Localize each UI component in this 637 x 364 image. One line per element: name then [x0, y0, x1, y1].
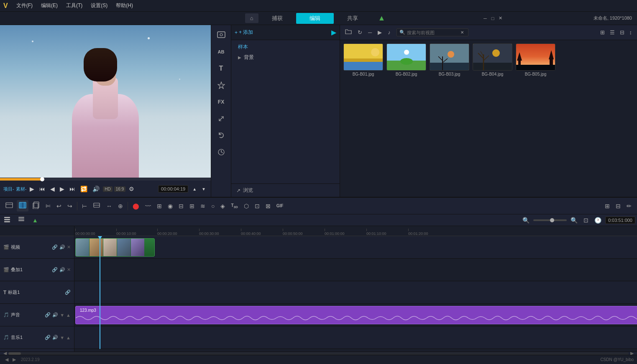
next-frame-button[interactable]: ▶	[58, 185, 66, 193]
tab-share[interactable]: 共享	[334, 13, 371, 24]
time-adjust-down[interactable]: ▼	[200, 186, 207, 192]
tl-pan-btn[interactable]: ≋	[198, 201, 207, 211]
sidebar-item-transition[interactable]	[214, 112, 229, 125]
audio-clip-1[interactable]: 123.mp3	[75, 306, 637, 324]
progress-bar-container[interactable]	[0, 178, 211, 181]
view-list-icon[interactable]: ☰	[608, 28, 617, 36]
tc-more-icon5[interactable]: ▲	[66, 335, 71, 340]
tc-more-icon4[interactable]: ▲	[66, 313, 71, 318]
tl-add-btn[interactable]: ⊕	[116, 201, 125, 211]
tl-circle-btn[interactable]: ○	[209, 201, 217, 211]
tl-view-mode-btn[interactable]: ⊞	[603, 201, 612, 211]
menu-settings[interactable]: 设置(S)	[87, 1, 111, 10]
tl-tracks-icon[interactable]	[2, 215, 13, 225]
tl-fit-btn[interactable]	[91, 200, 102, 211]
tc-expand-icon4[interactable]: ▼	[60, 313, 64, 318]
menu-tools[interactable]: 工具(T)	[63, 1, 86, 10]
settings-button[interactable]: ⚙	[127, 185, 136, 193]
tl-export-btn[interactable]: ✏	[624, 201, 634, 211]
tl-add-track-icon[interactable]: ▲	[30, 216, 40, 225]
time-adjust-up[interactable]: ▲	[191, 186, 198, 192]
bottom-nav-next[interactable]: ▶	[11, 356, 18, 363]
tl-mask-btn[interactable]: ⬡	[242, 201, 251, 211]
tl-undo-btn[interactable]: ↩	[54, 201, 64, 211]
tl-cut-btn[interactable]: ✄	[43, 201, 53, 211]
tl-gif-btn[interactable]: GIF	[274, 202, 286, 209]
tl-overlay-btn[interactable]: ⊠	[263, 201, 273, 211]
tc-more-icon2[interactable]: ✕	[67, 267, 71, 272]
tl-ungroup-btn[interactable]: ◉	[166, 201, 175, 211]
to-end-button[interactable]: ⏭	[68, 185, 77, 193]
tab-home[interactable]: ⌂	[245, 13, 258, 23]
menu-file[interactable]: 文件(F)	[13, 1, 36, 10]
play-button[interactable]: ▶	[28, 185, 36, 193]
menu-help[interactable]: 帮助(H)	[113, 1, 136, 10]
tl-wave-btn[interactable]: 〰	[143, 201, 153, 211]
search-input[interactable]	[407, 30, 457, 35]
asset-item-bg05[interactable]: BG-B05.jpg	[516, 43, 555, 76]
zoom-in-btn[interactable]: 🔍	[568, 216, 580, 225]
tl-view-btn[interactable]	[3, 200, 15, 211]
tc-link-icon5[interactable]: 🔗	[45, 335, 51, 340]
asset-tb-audio-icon[interactable]: ♪	[386, 28, 392, 36]
add-media-button[interactable]: + + 添加	[235, 29, 253, 36]
volume-button[interactable]: 🔊	[91, 185, 101, 193]
tl-pip-btn[interactable]: ⊡	[253, 201, 262, 211]
tc-volume-icon5[interactable]: 🔊	[52, 335, 58, 340]
tl-tostart-btn[interactable]: ⊢	[80, 201, 89, 211]
tl-split-btn[interactable]: ⊟	[177, 201, 186, 211]
progress-handle[interactable]	[40, 177, 44, 181]
asset-tb-minus-icon[interactable]: ─	[366, 28, 374, 36]
asset-item-bg04[interactable]: BG-B04.jpg	[473, 43, 512, 76]
browse-button[interactable]: ↗ 浏览	[231, 183, 340, 197]
loop-button[interactable]: 🔁	[79, 185, 89, 193]
tab-edit[interactable]: 编辑	[296, 13, 334, 24]
tl-edit-btn[interactable]	[17, 200, 28, 211]
asset-tb-video-icon[interactable]: ▶	[376, 28, 384, 36]
sidebar-item-fx[interactable]: FX	[214, 95, 229, 109]
tab-capture[interactable]: 捕获	[258, 13, 296, 24]
tl-box-btn[interactable]: ◈	[218, 201, 227, 211]
sidebar-item-effects[interactable]	[214, 79, 229, 92]
menu-edit[interactable]: 编辑(E)	[38, 1, 61, 10]
view-sort-icon[interactable]: ↕	[628, 28, 634, 36]
tl-table-btn[interactable]: ⊞	[187, 201, 197, 211]
sidebar-item-media[interactable]	[214, 28, 229, 42]
sidebar-item-undo[interactable]	[214, 129, 229, 142]
to-start-button[interactable]: ⏮	[38, 185, 47, 193]
tree-item-background[interactable]: ▶ 背景	[231, 52, 340, 63]
view-detail-icon[interactable]: ⊟	[618, 28, 626, 36]
sidebar-item-text[interactable]: T	[214, 62, 229, 75]
zoom-fit-btn[interactable]: ⊡	[581, 216, 591, 225]
tl-3dtext-btn[interactable]: T3D	[229, 202, 240, 210]
tree-item-sample[interactable]: 样本	[231, 42, 340, 52]
tl-stretch-btn[interactable]: ↔	[104, 201, 114, 211]
tc-volume-icon2[interactable]: 🔊	[59, 267, 65, 272]
timeline-ruler[interactable]: 00:00:00:00 00:00:10:00 00:00:20:00 00:0…	[74, 226, 637, 236]
asset-item-bg03[interactable]: BG-B03.jpg	[430, 43, 469, 76]
sidebar-item-caption[interactable]: AB	[214, 45, 229, 59]
close-button[interactable]: ✕	[497, 15, 503, 21]
tl-timeline-view-btn[interactable]: ⊟	[614, 201, 623, 211]
tracks-container[interactable]: 123.mp3	[74, 236, 637, 351]
zoom-out-btn[interactable]: 🔍	[520, 216, 532, 225]
tl-group-btn[interactable]: ⊞	[155, 201, 164, 211]
maximize-button[interactable]: □	[490, 15, 496, 21]
horizontal-scrollbar[interactable]: ◀ ▶	[0, 351, 637, 355]
tc-link-icon[interactable]: 🔗	[52, 244, 58, 250]
tc-expand-icon5[interactable]: ▼	[60, 335, 64, 340]
tl-copy-btn[interactable]	[30, 200, 42, 211]
upload-button[interactable]: ▲	[371, 14, 392, 23]
tc-link-icon3[interactable]: 🔗	[65, 290, 71, 295]
prev-frame-button[interactable]: ◀	[49, 185, 56, 193]
tc-link-icon2[interactable]: 🔗	[52, 267, 58, 272]
progress-bar[interactable]	[0, 178, 211, 181]
asset-tb-refresh-icon[interactable]: ↻	[356, 28, 364, 36]
bottom-nav-prev[interactable]: ◀	[3, 356, 10, 363]
asset-tb-folder-icon[interactable]	[343, 28, 353, 37]
minimize-button[interactable]: ─	[482, 15, 488, 21]
video-clip-1[interactable]	[75, 238, 155, 257]
tl-list-icon[interactable]	[16, 215, 27, 225]
tl-redo-btn[interactable]: ↪	[65, 201, 74, 211]
tc-volume-icon[interactable]: 🔊	[59, 244, 65, 250]
